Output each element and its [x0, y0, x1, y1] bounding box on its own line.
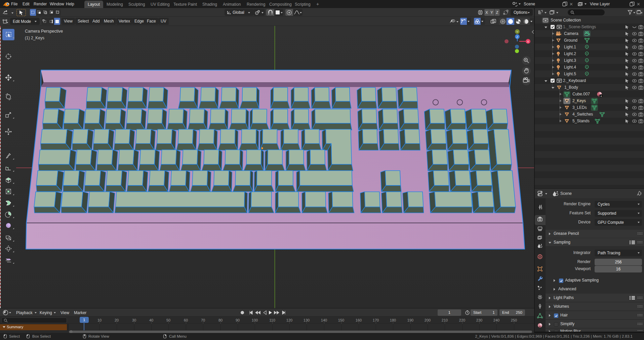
svg-text:Z: Z [516, 35, 518, 39]
svg-text:4: 4 [600, 95, 602, 98]
svg-text:X: X [527, 40, 529, 43]
svg-text:Y: Y [516, 30, 519, 34]
